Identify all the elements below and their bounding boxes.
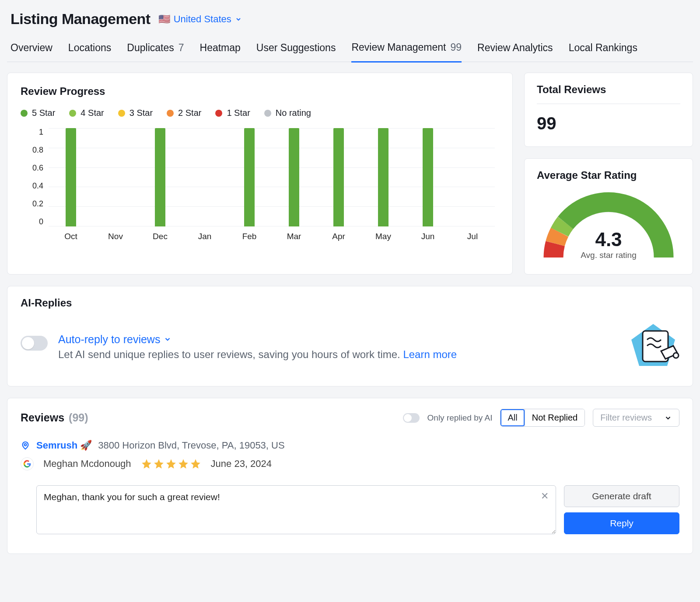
tab-review-analytics[interactable]: Review Analytics [477,37,553,62]
reviews-count: (99) [69,411,88,424]
writing-illustration-icon [627,320,679,373]
month-column [49,128,93,226]
chevron-down-icon [664,414,672,422]
chevron-down-icon [164,335,172,343]
star-icon [190,458,201,470]
tab-local-rankings[interactable]: Local Rankings [569,37,637,62]
segment-not-replied[interactable]: Not Replied [525,409,585,426]
x-label: Jul [450,232,495,241]
card-title: Review Progress [21,85,499,97]
total-reviews-card: Total Reviews 99 [524,73,693,147]
average-rating-card: Average Star Rating 4.3 Avg. star rating [524,158,693,275]
review-date: June 23, 2024 [211,458,272,470]
month-column [138,128,182,226]
legend-label: 2 Star [178,108,201,118]
reply-button[interactable]: Reply [564,512,679,534]
month-column [406,128,450,226]
x-label: Nov [93,232,138,241]
legend-label: 3 Star [130,108,153,118]
country-selector[interactable]: 🇺🇸 United States [158,14,242,25]
location-link[interactable]: Semrush 🚀 [36,440,92,451]
month-column [316,128,361,226]
tab-bar: Overview Locations Duplicates 7 Heatmap … [7,37,693,62]
x-label: Jun [406,232,450,241]
flag-icon: 🇺🇸 [158,14,170,24]
legend-dot-4star [69,110,76,117]
x-label: Jan [182,232,227,241]
tab-review-management[interactable]: Review Management 99 [351,37,462,63]
x-label: May [361,232,406,241]
x-label: Feb [227,232,272,241]
card-title: Total Reviews [537,84,680,104]
reply-filter-segment: All Not Replied [500,409,585,427]
reply-textarea[interactable] [36,485,556,534]
x-label: Dec [138,232,182,241]
month-column [182,128,227,226]
auto-reply-heading[interactable]: Auto-reply to reviews [58,333,457,346]
legend-dot-2star [167,110,174,117]
review-author: Meghan Mcdonough [43,458,131,470]
segment-all[interactable]: All [500,409,524,426]
reviews-title: Reviews (99) [21,411,88,424]
bar [289,128,299,226]
star-icon [141,458,152,470]
review-progress-card: Review Progress 5 Star 4 Star 3 Star 2 S… [7,73,513,275]
country-label: United States [174,14,231,25]
review-item: Semrush 🚀 3800 Horizon Blvd, Trevose, PA… [21,440,679,536]
location-address: 3800 Horizon Blvd, Trevose, PA, 19053, U… [98,440,284,451]
clear-reply-button[interactable]: ✕ [539,491,550,501]
y-axis: 1 0.8 0.6 0.4 0.2 0 [23,128,43,226]
legend-dot-1star [215,110,222,117]
ai-replies-card: AI-Replies Auto-reply to reviews Let AI … [7,286,693,386]
star-icon [178,458,189,470]
tab-label: Review Management [351,42,446,53]
month-column [450,128,495,226]
bar-chart: 1 0.8 0.6 0.4 0.2 0 OctNovDecJanFebMarAp… [23,128,499,241]
google-icon [21,457,34,470]
month-column [93,128,138,226]
month-column [227,128,272,226]
reviews-card: Reviews (99) Only replied by AI All Not … [7,398,693,554]
x-label: Oct [49,232,93,241]
month-column [361,128,406,226]
bar [66,128,76,226]
tab-count: 99 [450,42,462,53]
star-icon [153,458,164,470]
map-pin-icon [21,441,30,450]
generate-draft-button[interactable]: Generate draft [564,485,679,507]
tab-locations[interactable]: Locations [68,37,111,62]
card-title: Average Star Rating [537,169,680,181]
page-title: Listing Management [10,10,150,28]
x-label: Mar [272,232,316,241]
tab-user-suggestions[interactable]: User Suggestions [256,37,336,62]
filter-reviews-select[interactable]: Filter reviews [593,409,679,427]
month-column [272,128,316,226]
star-icon [165,458,177,470]
tab-overview[interactable]: Overview [10,37,52,62]
legend-label: 1 Star [227,108,250,118]
chevron-down-icon [235,16,242,23]
svg-point-2 [673,353,679,358]
star-rating [141,458,201,470]
legend-dot-norating [264,110,271,117]
card-title: AI-Replies [21,297,679,309]
bar [244,128,255,226]
avg-rating-label: Avg. star rating [543,251,674,260]
tab-duplicates[interactable]: Duplicates 7 [127,37,184,62]
bar [378,128,388,226]
bar [333,128,344,226]
auto-reply-heading-label: Auto-reply to reviews [58,333,160,346]
learn-more-link[interactable]: Learn more [403,348,457,360]
legend-dot-3star [118,110,125,117]
auto-reply-toggle[interactable] [21,336,48,351]
only-ai-label: Only replied by AI [427,413,493,423]
only-ai-toggle[interactable] [403,413,420,423]
tab-label: Duplicates [127,42,174,54]
tab-heatmap[interactable]: Heatmap [200,37,241,62]
svg-point-3 [24,444,27,446]
bar [423,128,433,226]
total-reviews-value: 99 [537,114,680,133]
legend-label: 4 Star [80,108,104,118]
auto-reply-description: Let AI send unique replies to user revie… [58,348,457,361]
bar [155,128,165,226]
